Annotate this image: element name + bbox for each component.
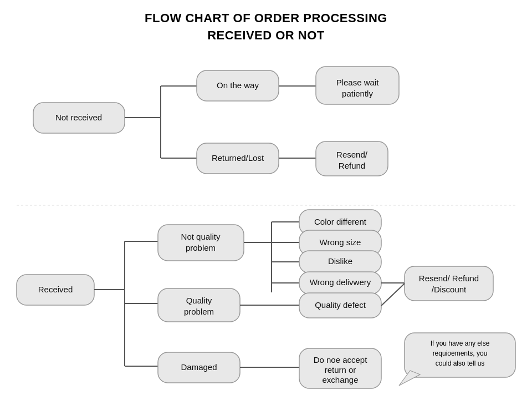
svg-text:Wrong size: Wrong size xyxy=(320,237,361,247)
svg-text:Quality defect: Quality defect xyxy=(315,300,366,310)
svg-text:Resend/: Resend/ xyxy=(336,150,368,159)
svg-text:Resend/ Refund: Resend/ Refund xyxy=(419,274,479,283)
svg-text:Not quality: Not quality xyxy=(181,232,221,241)
svg-text:On the way: On the way xyxy=(217,80,259,90)
resend-refund-discount-node: Resend/ Refund /Discount xyxy=(405,266,493,301)
do-not-accept-node: Do noe accept return or exchange xyxy=(299,348,381,388)
svg-text:patiently: patiently xyxy=(342,89,373,98)
svg-rect-44 xyxy=(405,266,493,301)
svg-text:Wrong delivwery: Wrong delivwery xyxy=(310,277,371,287)
svg-text:/Discount: /Discount xyxy=(432,285,467,294)
svg-text:Damaged: Damaged xyxy=(181,362,217,372)
wrong-delivery-node: Wrong delivwery xyxy=(299,272,381,294)
svg-text:problem: problem xyxy=(186,243,216,252)
dislike-node: Dislike xyxy=(299,251,381,273)
quality-defect-node: Quality defect xyxy=(299,293,381,318)
not-quality-problem-node: Not quality problem xyxy=(158,225,244,261)
quality-problem-node: Quality problem xyxy=(158,288,240,322)
svg-text:Dislike: Dislike xyxy=(328,256,352,266)
svg-rect-47 xyxy=(158,288,240,322)
svg-text:problem: problem xyxy=(184,307,214,316)
svg-text:Received: Received xyxy=(38,285,73,294)
not-received-node: Not received xyxy=(33,103,125,133)
svg-text:could also tell us: could also tell us xyxy=(436,360,485,367)
svg-text:exchange: exchange xyxy=(322,375,358,384)
svg-text:Color different: Color different xyxy=(314,217,367,226)
svg-text:Please wait: Please wait xyxy=(336,78,380,87)
svg-text:return or: return or xyxy=(325,365,356,374)
svg-text:Do noe accept: Do noe accept xyxy=(314,355,368,364)
svg-text:If you have any else: If you have any else xyxy=(431,340,490,347)
svg-line-53 xyxy=(381,284,405,306)
resend-refund-top-node: Resend/ Refund xyxy=(316,141,388,176)
please-wait-node: Please wait patiently xyxy=(316,67,399,104)
returned-lost-node: Returned/Lost xyxy=(197,143,279,174)
svg-text:requioements, you: requioements, you xyxy=(433,350,488,357)
svg-text:Refund: Refund xyxy=(339,161,365,170)
received-node: Received xyxy=(17,275,94,305)
on-the-way-node: On the way xyxy=(197,70,279,101)
svg-text:Returned/Lost: Returned/Lost xyxy=(212,153,264,163)
damaged-node: Damaged xyxy=(158,352,240,383)
speech-bubble: If you have any else requioements, you c… xyxy=(399,333,515,386)
svg-text:Quality: Quality xyxy=(186,296,212,305)
svg-text:Not received: Not received xyxy=(55,113,102,122)
